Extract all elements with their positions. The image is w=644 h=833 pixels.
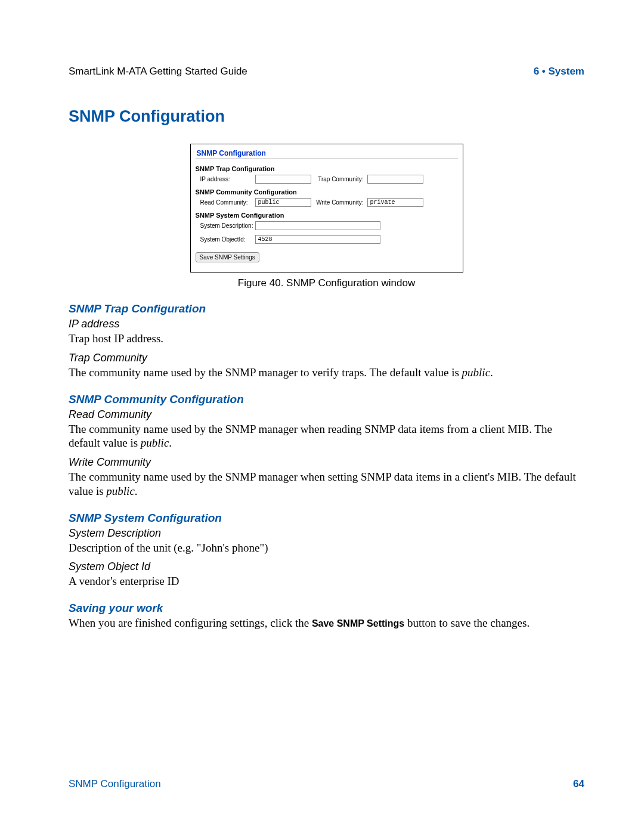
system-description-input[interactable] — [255, 221, 380, 230]
system-objectid-body: A vendor's enterprise ID — [69, 574, 584, 589]
figure-caption: Figure 40. SNMP Configuration window — [69, 277, 584, 289]
write-community-label: Write Community: — [311, 199, 367, 206]
ip-address-head: IP address — [69, 318, 584, 330]
section-community-title: SNMP Community Configuration — [69, 393, 584, 406]
read-community-input[interactable] — [255, 198, 311, 207]
header-left: SmartLink M-ATA Getting Started Guide — [69, 66, 247, 78]
system-description-head: System Description — [69, 527, 584, 540]
system-objectid-input[interactable] — [255, 235, 380, 244]
system-objectid-head: System Object Id — [69, 561, 584, 573]
section-system-title: SNMP System Configuration — [69, 512, 584, 525]
write-community-input[interactable] — [367, 198, 423, 207]
community-section-title: SNMP Community Configuration — [196, 188, 458, 196]
write-community-head: Write Community — [69, 456, 584, 469]
trap-community-body: The community name used by the SNMP mana… — [69, 366, 584, 380]
read-community-head: Read Community — [69, 408, 584, 421]
saving-body: When you are finished configuring settin… — [69, 616, 584, 630]
system-objectid-label: System ObjectId: — [200, 236, 255, 243]
trap-section-title: SNMP Trap Configuration — [196, 165, 458, 172]
trap-community-head: Trap Community — [69, 352, 584, 364]
ip-address-label: IP address: — [200, 176, 255, 182]
section-trap-title: SNMP Trap Configuration — [69, 302, 584, 315]
read-community-body: The community name used by the SNMP mana… — [69, 422, 584, 451]
section-saving-title: Saving your work — [69, 602, 584, 615]
ip-address-input[interactable] — [255, 175, 311, 184]
write-community-body: The community name used by the SNMP mana… — [69, 470, 584, 498]
page-title: SNMP Configuration — [69, 107, 584, 126]
header-chapter: 6 • System — [534, 66, 584, 78]
system-description-body: Description of the unit (e.g. "John's ph… — [69, 541, 584, 555]
save-snmp-settings-button[interactable]: Save SNMP Settings — [196, 252, 259, 262]
footer-page-number: 64 — [573, 778, 584, 790]
system-description-label: System Description: — [200, 222, 255, 229]
ip-address-body: Trap host IP address. — [69, 332, 584, 346]
system-section-title: SNMP System Configuration — [196, 212, 458, 219]
snmp-config-window: SNMP Configuration SNMP Trap Configurati… — [190, 144, 463, 272]
read-community-label: Read Community: — [200, 199, 255, 206]
trap-community-input[interactable] — [367, 175, 423, 184]
footer-section: SNMP Configuration — [69, 778, 161, 790]
panel-title: SNMP Configuration — [197, 149, 458, 157]
trap-community-label: Trap Community: — [311, 176, 367, 182]
